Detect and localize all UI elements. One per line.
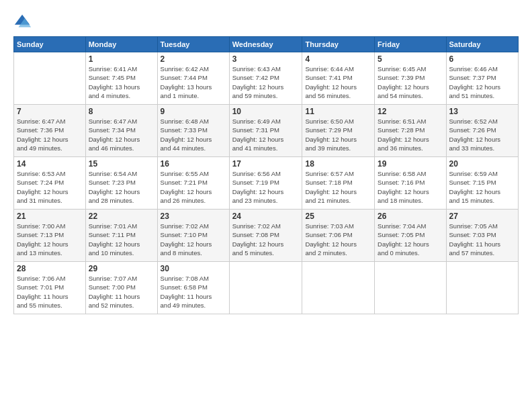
day-number: 25 xyxy=(305,212,371,221)
day-info: Sunrise: 6:42 AMSunset: 7:44 PMDaylight:… xyxy=(161,64,226,100)
day-number: 1 xyxy=(89,54,154,64)
weekday-header-tuesday: Tuesday xyxy=(157,37,229,52)
day-number: 9 xyxy=(161,107,226,116)
day-info: Sunrise: 6:47 AMSunset: 7:34 PMDaylight:… xyxy=(89,117,154,152)
day-info: Sunrise: 6:45 AMSunset: 7:39 PMDaylight:… xyxy=(378,64,443,100)
day-number: 27 xyxy=(449,212,515,221)
calendar-cell xyxy=(14,52,86,105)
weekday-header-thursday: Thursday xyxy=(302,37,375,52)
calendar-cell: 2Sunrise: 6:42 AMSunset: 7:44 PMDaylight… xyxy=(157,52,229,105)
day-number: 6 xyxy=(449,54,515,64)
calendar-week-row: 14Sunrise: 6:53 AMSunset: 7:24 PMDayligh… xyxy=(14,157,519,210)
day-number: 8 xyxy=(89,107,154,116)
weekday-header-monday: Monday xyxy=(85,37,157,52)
day-number: 30 xyxy=(161,264,226,273)
day-info: Sunrise: 7:08 AMSunset: 6:58 PMDaylight:… xyxy=(161,274,226,310)
calendar-cell: 29Sunrise: 7:07 AMSunset: 7:00 PMDayligh… xyxy=(85,262,157,314)
calendar-cell xyxy=(446,262,518,314)
calendar-cell: 27Sunrise: 7:05 AMSunset: 7:03 PMDayligh… xyxy=(446,210,518,262)
day-number: 19 xyxy=(378,159,443,169)
day-number: 14 xyxy=(17,159,83,169)
day-number: 22 xyxy=(89,212,154,221)
calendar-cell: 10Sunrise: 6:49 AMSunset: 7:31 PMDayligh… xyxy=(229,105,302,157)
day-info: Sunrise: 6:57 AMSunset: 7:18 PMDaylight:… xyxy=(305,169,371,205)
calendar-cell: 15Sunrise: 6:54 AMSunset: 7:23 PMDayligh… xyxy=(85,157,157,210)
day-number: 13 xyxy=(449,107,515,116)
day-info: Sunrise: 6:44 AMSunset: 7:41 PMDaylight:… xyxy=(305,64,371,100)
day-info: Sunrise: 7:04 AMSunset: 7:05 PMDaylight:… xyxy=(378,222,443,257)
calendar-cell: 18Sunrise: 6:57 AMSunset: 7:18 PMDayligh… xyxy=(302,157,375,210)
header xyxy=(13,12,519,31)
day-number: 4 xyxy=(305,54,371,64)
day-info: Sunrise: 6:49 AMSunset: 7:31 PMDaylight:… xyxy=(232,117,300,152)
weekday-header-sunday: Sunday xyxy=(14,37,86,52)
day-info: Sunrise: 7:03 AMSunset: 7:06 PMDaylight:… xyxy=(305,222,371,257)
day-info: Sunrise: 7:07 AMSunset: 7:00 PMDaylight:… xyxy=(89,274,154,310)
weekday-header-row: SundayMondayTuesdayWednesdayThursdayFrid… xyxy=(14,37,519,52)
day-number: 20 xyxy=(449,159,515,169)
day-info: Sunrise: 7:00 AMSunset: 7:13 PMDaylight:… xyxy=(17,222,83,257)
day-info: Sunrise: 7:02 AMSunset: 7:08 PMDaylight:… xyxy=(232,222,300,257)
calendar-week-row: 21Sunrise: 7:00 AMSunset: 7:13 PMDayligh… xyxy=(14,210,519,262)
calendar-cell: 8Sunrise: 6:47 AMSunset: 7:34 PMDaylight… xyxy=(85,105,157,157)
day-info: Sunrise: 6:50 AMSunset: 7:29 PMDaylight:… xyxy=(305,117,371,152)
day-info: Sunrise: 6:47 AMSunset: 7:36 PMDaylight:… xyxy=(17,117,83,152)
calendar-cell: 9Sunrise: 6:48 AMSunset: 7:33 PMDaylight… xyxy=(157,105,229,157)
logo xyxy=(13,12,35,31)
calendar-cell: 19Sunrise: 6:58 AMSunset: 7:16 PMDayligh… xyxy=(375,157,446,210)
day-info: Sunrise: 7:02 AMSunset: 7:10 PMDaylight:… xyxy=(161,222,226,257)
day-number: 21 xyxy=(17,212,83,221)
day-number: 26 xyxy=(378,212,443,221)
day-number: 11 xyxy=(305,107,371,116)
weekday-header-wednesday: Wednesday xyxy=(229,37,302,52)
calendar-cell: 16Sunrise: 6:55 AMSunset: 7:21 PMDayligh… xyxy=(157,157,229,210)
calendar-cell: 20Sunrise: 6:59 AMSunset: 7:15 PMDayligh… xyxy=(446,157,518,210)
calendar-cell: 17Sunrise: 6:56 AMSunset: 7:19 PMDayligh… xyxy=(229,157,302,210)
day-number: 5 xyxy=(378,54,443,64)
day-info: Sunrise: 6:55 AMSunset: 7:21 PMDaylight:… xyxy=(161,169,226,205)
day-info: Sunrise: 6:41 AMSunset: 7:45 PMDaylight:… xyxy=(89,64,154,100)
calendar-cell: 3Sunrise: 6:43 AMSunset: 7:42 PMDaylight… xyxy=(229,52,302,105)
calendar-cell: 12Sunrise: 6:51 AMSunset: 7:28 PMDayligh… xyxy=(375,105,446,157)
calendar-cell: 11Sunrise: 6:50 AMSunset: 7:29 PMDayligh… xyxy=(302,105,375,157)
day-info: Sunrise: 6:48 AMSunset: 7:33 PMDaylight:… xyxy=(161,117,226,152)
day-number: 28 xyxy=(17,264,83,273)
calendar-cell: 13Sunrise: 6:52 AMSunset: 7:26 PMDayligh… xyxy=(446,105,518,157)
weekday-header-friday: Friday xyxy=(375,37,446,52)
day-number: 15 xyxy=(89,159,154,169)
calendar-cell: 30Sunrise: 7:08 AMSunset: 6:58 PMDayligh… xyxy=(157,262,229,314)
calendar-cell: 26Sunrise: 7:04 AMSunset: 7:05 PMDayligh… xyxy=(375,210,446,262)
day-info: Sunrise: 6:56 AMSunset: 7:19 PMDaylight:… xyxy=(232,169,300,205)
calendar-cell: 25Sunrise: 7:03 AMSunset: 7:06 PMDayligh… xyxy=(302,210,375,262)
calendar-cell xyxy=(375,262,446,314)
calendar-cell: 28Sunrise: 7:06 AMSunset: 7:01 PMDayligh… xyxy=(14,262,86,314)
calendar-cell: 23Sunrise: 7:02 AMSunset: 7:10 PMDayligh… xyxy=(157,210,229,262)
day-info: Sunrise: 6:46 AMSunset: 7:37 PMDaylight:… xyxy=(449,64,515,100)
day-info: Sunrise: 6:58 AMSunset: 7:16 PMDaylight:… xyxy=(378,169,443,205)
page: SundayMondayTuesdayWednesdayThursdayFrid… xyxy=(0,0,532,411)
calendar-cell: 14Sunrise: 6:53 AMSunset: 7:24 PMDayligh… xyxy=(14,157,86,210)
day-info: Sunrise: 6:52 AMSunset: 7:26 PMDaylight:… xyxy=(449,117,515,152)
calendar-cell: 4Sunrise: 6:44 AMSunset: 7:41 PMDaylight… xyxy=(302,52,375,105)
calendar-cell: 22Sunrise: 7:01 AMSunset: 7:11 PMDayligh… xyxy=(85,210,157,262)
day-number: 18 xyxy=(305,159,371,169)
calendar-week-row: 7Sunrise: 6:47 AMSunset: 7:36 PMDaylight… xyxy=(14,105,519,157)
day-number: 24 xyxy=(232,212,300,221)
day-info: Sunrise: 6:43 AMSunset: 7:42 PMDaylight:… xyxy=(232,64,300,100)
calendar-cell xyxy=(302,262,375,314)
day-number: 17 xyxy=(232,159,300,169)
weekday-header-saturday: Saturday xyxy=(446,37,518,52)
calendar-week-row: 1Sunrise: 6:41 AMSunset: 7:45 PMDaylight… xyxy=(14,52,519,105)
day-info: Sunrise: 6:59 AMSunset: 7:15 PMDaylight:… xyxy=(449,169,515,205)
calendar-week-row: 28Sunrise: 7:06 AMSunset: 7:01 PMDayligh… xyxy=(14,262,519,314)
calendar-table: SundayMondayTuesdayWednesdayThursdayFrid… xyxy=(13,36,519,314)
calendar-cell: 1Sunrise: 6:41 AMSunset: 7:45 PMDaylight… xyxy=(85,52,157,105)
calendar-cell: 6Sunrise: 6:46 AMSunset: 7:37 PMDaylight… xyxy=(446,52,518,105)
day-number: 16 xyxy=(161,159,226,169)
calendar-cell: 5Sunrise: 6:45 AMSunset: 7:39 PMDaylight… xyxy=(375,52,446,105)
logo-icon xyxy=(13,12,32,31)
day-info: Sunrise: 6:54 AMSunset: 7:23 PMDaylight:… xyxy=(89,169,154,205)
day-info: Sunrise: 7:01 AMSunset: 7:11 PMDaylight:… xyxy=(89,222,154,257)
day-number: 23 xyxy=(161,212,226,221)
day-info: Sunrise: 6:51 AMSunset: 7:28 PMDaylight:… xyxy=(378,117,443,152)
